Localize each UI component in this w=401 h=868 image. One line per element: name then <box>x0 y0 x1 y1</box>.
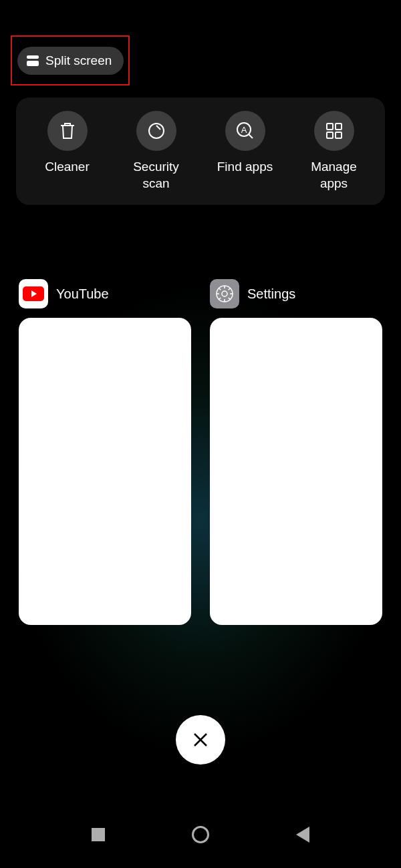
svg-rect-5 <box>327 132 333 138</box>
circle-icon <box>192 826 209 843</box>
svg-rect-6 <box>336 132 342 138</box>
clear-all-button[interactable] <box>176 715 225 765</box>
cleaner-tool[interactable]: Cleaner <box>27 111 108 192</box>
trash-icon <box>47 111 88 151</box>
manage-apps-tool[interactable]: Manage apps <box>294 111 374 192</box>
app-header: YouTube <box>19 279 191 308</box>
app-preview <box>19 318 191 625</box>
manage-apps-label: Manage apps <box>311 159 357 192</box>
nav-home-button[interactable] <box>192 826 209 843</box>
app-card-settings[interactable]: Settings <box>210 279 382 625</box>
app-card-youtube[interactable]: YouTube <box>19 279 191 625</box>
youtube-icon <box>19 279 48 308</box>
find-apps-label: Find apps <box>217 159 273 176</box>
nav-recents-button[interactable] <box>92 828 105 841</box>
nav-back-button[interactable] <box>296 827 309 843</box>
security-scan-label: Security scan <box>133 159 179 192</box>
security-scan-tool[interactable]: Security scan <box>116 111 196 192</box>
svg-rect-4 <box>336 124 342 130</box>
find-icon: A <box>225 111 265 151</box>
settings-icon <box>210 279 239 308</box>
app-header: Settings <box>210 279 382 308</box>
svg-point-8 <box>222 291 227 296</box>
grid-icon <box>314 111 354 151</box>
app-name: YouTube <box>56 286 109 302</box>
scan-icon <box>136 111 176 151</box>
navigation-bar <box>0 818 401 851</box>
split-screen-highlight: Split screen <box>11 35 130 85</box>
split-screen-label: Split screen <box>45 53 112 68</box>
cleaner-label: Cleaner <box>45 159 90 176</box>
app-preview <box>210 318 382 625</box>
square-icon <box>92 828 105 841</box>
svg-text:A: A <box>241 125 247 135</box>
recent-apps: YouTube Settings <box>19 279 382 625</box>
triangle-icon <box>296 827 309 843</box>
find-apps-tool[interactable]: A Find apps <box>205 111 285 192</box>
split-screen-icon <box>27 55 39 66</box>
split-screen-button[interactable]: Split screen <box>17 47 124 75</box>
app-name: Settings <box>247 286 295 302</box>
tools-panel: Cleaner Security scan A Find apps <box>16 97 385 205</box>
svg-rect-3 <box>327 124 333 130</box>
close-icon <box>192 731 209 748</box>
